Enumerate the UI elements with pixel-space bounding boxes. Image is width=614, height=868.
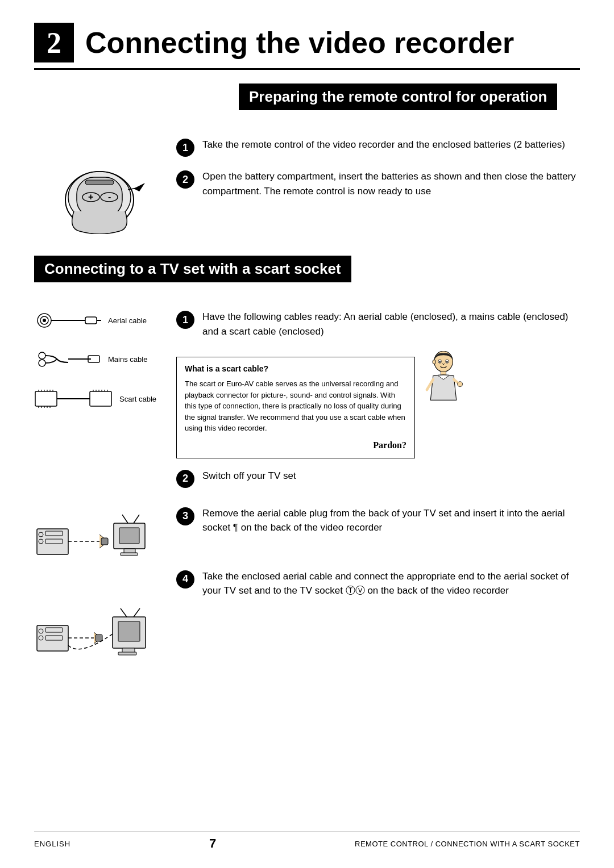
scart-cable-item: Scart cable [34, 387, 165, 411]
section2-steps: 1 Have the following cables ready: An ae… [165, 310, 580, 500]
page-header: 2 Connecting the video recorder [34, 23, 580, 62]
footer-page-number: 7 [209, 836, 216, 851]
section1-heading: Preparing the remote control for operati… [239, 84, 557, 110]
svg-rect-57 [121, 553, 138, 556]
page-footer: English 7 Remote control / Connection wi… [34, 831, 580, 851]
header-divider [34, 68, 580, 70]
svg-rect-55 [119, 528, 139, 544]
scart-cable-icon [34, 387, 114, 411]
infobox-body: The scart or Euro-AV cable serves as the… [185, 378, 406, 434]
step2-circle: 2 [176, 170, 194, 189]
aerial-cable-icon [34, 310, 102, 331]
svg-point-15 [39, 352, 45, 359]
scart-cable-label: Scart cable [119, 395, 156, 403]
steps34-section: 3 Remove the aerial cable plug from the … [34, 506, 580, 682]
s2-step3-item: 3 Remove the aerial cable plug from the … [176, 506, 580, 535]
chapter-number-box: 2 [34, 23, 74, 62]
remote-illustration-col: + - [34, 137, 165, 240]
aerial-cable-label: Aerial cable [108, 316, 147, 325]
s2-step1-item: 1 Have the following cables ready: An ae… [176, 310, 580, 339]
svg-text:+: + [88, 192, 93, 202]
s2-step2-text: Switch off your TV set [202, 469, 296, 483]
section1-content: + - 1 Tak [34, 137, 580, 240]
svg-point-11 [43, 319, 46, 322]
s2-step4-item: 4 Take the enclosed aerial cable and con… [176, 569, 580, 598]
svg-rect-7 [85, 180, 114, 185]
steps34-text: 3 Remove the aerial cable plug from the … [165, 506, 580, 611]
infobox-row: What is a scart cable? The scart or Euro… [176, 351, 580, 469]
mains-cable-icon [34, 348, 102, 370]
step2-text: Open the battery compartment, insert the… [202, 169, 580, 198]
s2-step3-text: Remove the aerial cable plug from the ba… [202, 506, 580, 535]
s2-step4-circle: 4 [176, 570, 194, 589]
step2-item: 2 Open the battery compartment, insert t… [176, 169, 580, 198]
svg-rect-60 [37, 625, 68, 651]
tv-illustrations [34, 506, 165, 682]
footer-section: Remote control / Connection with a scart… [355, 840, 580, 848]
remote-control-icon: + - [45, 143, 154, 234]
step1-item: 1 Take the remote control of the video r… [176, 137, 580, 157]
svg-line-72 [134, 608, 140, 617]
s2-step4-text: Take the enclosed aerial cable and conne… [202, 569, 580, 598]
svg-rect-66 [96, 635, 102, 641]
svg-rect-47 [37, 529, 68, 554]
mains-cable-item: Mains cable [34, 348, 165, 370]
s2-step2-item: 2 Switch off your TV set [176, 469, 580, 488]
scart-infobox: What is a scart cable? The scart or Euro… [176, 357, 415, 458]
s2-step3-circle: 3 [176, 507, 194, 525]
tv-connection-1-icon [34, 506, 148, 580]
mains-cable-label: Mains cable [108, 355, 147, 364]
svg-point-42 [439, 361, 441, 363]
svg-rect-19 [35, 391, 57, 406]
chapter-title: Connecting the video recorder [85, 26, 514, 60]
footer-language: English [34, 840, 70, 848]
section2-content: Aerial cable Mains cabl [34, 310, 580, 500]
svg-rect-68 [118, 621, 140, 641]
step1-text: Take the remote control of the video rec… [202, 137, 565, 152]
s2-step1-text: Have the following cables ready: An aeri… [202, 310, 580, 339]
svg-line-59 [134, 515, 139, 523]
chapter-number: 2 [47, 26, 61, 60]
s2-step1-circle: 1 [176, 311, 194, 329]
section1: Preparing the remote control for operati… [34, 84, 580, 240]
svg-point-43 [446, 361, 448, 363]
aerial-cable-item: Aerial cable [34, 310, 165, 331]
svg-line-58 [122, 515, 128, 523]
svg-rect-32 [90, 391, 111, 406]
cables-col: Aerial cable Mains cabl [34, 310, 165, 411]
s2-step2-circle: 2 [176, 470, 194, 488]
svg-point-16 [39, 360, 45, 366]
infobox-title: What is a scart cable? [185, 363, 406, 375]
step1-circle: 1 [176, 139, 194, 157]
svg-line-71 [121, 608, 127, 617]
section2-heading: Connecting to a TV set with a scart sock… [34, 256, 351, 282]
svg-rect-53 [101, 538, 108, 545]
svg-text:-: - [108, 192, 111, 202]
pardon-label: Pardon? [185, 439, 406, 452]
character-icon [421, 351, 466, 408]
tv-connection-2-icon [34, 603, 148, 682]
svg-rect-13 [85, 317, 97, 324]
section1-steps: 1 Take the remote control of the video r… [165, 137, 580, 211]
svg-point-46 [458, 382, 463, 387]
svg-point-44 [433, 360, 435, 364]
page: 2 Connecting the video recorder Preparin… [0, 0, 614, 868]
section2: Connecting to a TV set with a scart sock… [34, 256, 580, 682]
svg-rect-70 [118, 652, 136, 655]
